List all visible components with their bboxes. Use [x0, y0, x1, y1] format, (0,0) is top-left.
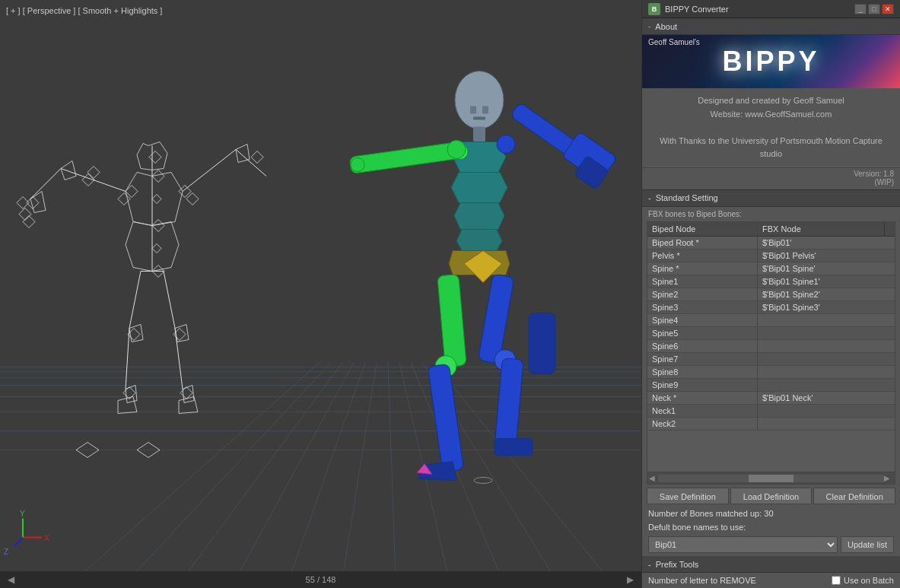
thanks-text: With Thanks to the University of Portsmo…	[648, 135, 894, 161]
svg-point-91	[447, 141, 466, 159]
table-row[interactable]: Spine6	[647, 340, 895, 353]
table-row[interactable]: Neck2	[647, 418, 895, 431]
svg-marker-50	[251, 151, 263, 164]
about-version: Version: 1.8 (WIP)	[642, 168, 900, 190]
table-row[interactable]: Spine * $'Bip01 Spine'	[647, 262, 895, 275]
save-definition-button[interactable]: Save Definition	[647, 488, 729, 504]
table-row[interactable]: Spine3 $'Bip01 Spine3'	[647, 301, 895, 314]
svg-line-26	[236, 150, 266, 176]
scene-svg: X Y Z	[0, 0, 641, 588]
biped-cell: Spine2	[647, 288, 758, 300]
biped-cell: Biped Root *	[647, 237, 758, 249]
nav-arrows[interactable]: ◀	[5, 574, 17, 585]
prefix-header[interactable]: - Prefix Tools	[642, 556, 900, 573]
table-row[interactable]: Spine8	[647, 366, 895, 379]
svg-marker-57	[180, 387, 192, 399]
svg-rect-81	[437, 275, 466, 367]
fbx-cell	[758, 366, 895, 378]
about-collapse-icon: -	[648, 22, 650, 30]
svg-marker-73	[454, 203, 504, 230]
use-on-batch-row: Use on Batch	[832, 576, 894, 585]
biped-cell: Spine4	[647, 314, 758, 326]
bippy-icon: B	[648, 3, 660, 15]
biped-cell: Neck1	[647, 405, 758, 417]
svg-marker-42	[179, 186, 191, 198]
svg-marker-27	[236, 145, 250, 163]
fbx-cell: $'Bip01 Pelvis'	[758, 250, 895, 262]
svg-marker-35	[175, 325, 189, 342]
bone-table-header: Biped Node FBX Node	[647, 222, 895, 237]
hscroll-right[interactable]: ▶	[884, 474, 893, 482]
hscroll-track[interactable]	[658, 475, 884, 482]
fbx-cell: $'Bip01 Neck'	[758, 392, 895, 404]
table-row[interactable]: Spine1 $'Bip01 Spine1'	[647, 275, 895, 288]
svg-marker-31	[129, 325, 143, 342]
svg-text:Z: Z	[4, 548, 8, 556]
designed-by-text: Designed and created by Geoff Samuel	[648, 94, 894, 108]
close-button[interactable]: ✕	[882, 4, 894, 14]
table-hscroll[interactable]: ◀ ▶	[647, 472, 895, 485]
table-row[interactable]: Neck * $'Bip01 Neck'	[647, 392, 895, 405]
fbx-cell	[758, 353, 895, 365]
std-collapse-icon: -	[648, 193, 651, 202]
svg-marker-72	[451, 173, 507, 203]
table-row[interactable]: Biped Root * $'Bip01'	[647, 237, 895, 250]
table-row[interactable]: Spine7	[647, 353, 895, 366]
load-definition-button[interactable]: Load Definition	[730, 488, 813, 504]
svg-line-18	[434, 363, 609, 580]
hscroll-left[interactable]: ◀	[649, 474, 658, 482]
fbx-cell	[758, 314, 895, 326]
clear-definition-button[interactable]: Clear Definition	[813, 488, 895, 504]
svg-rect-83	[428, 364, 463, 472]
restore-button[interactable]: □	[868, 4, 880, 14]
geoff-prefix: Geoff Samuel's	[648, 38, 700, 46]
std-header[interactable]: - Standard Setting	[642, 190, 900, 207]
svg-marker-45	[118, 397, 137, 414]
fbx-bones-label: FBX bones to Biped Bones:	[642, 207, 900, 220]
about-banner: Geoff Samuel's BIPPY	[642, 35, 900, 88]
viewport-bottom: ◀ 55 / 148 ▶	[0, 571, 641, 588]
prefix-title: Prefix Tools	[656, 560, 699, 569]
use-on-batch-label[interactable]: Use on Batch	[844, 576, 894, 585]
update-list-button[interactable]: Update list	[841, 536, 894, 553]
svg-point-101	[474, 478, 492, 484]
minimize-button[interactable]: _	[854, 4, 867, 14]
bone-table-scroll[interactable]: Biped Root * $'Bip01' Pelvis * $'Bip01 P…	[647, 237, 895, 442]
svg-marker-48	[186, 193, 199, 205]
table-row[interactable]: Spine4	[647, 314, 895, 327]
svg-marker-37	[152, 170, 164, 183]
svg-marker-41	[126, 186, 138, 198]
table-row[interactable]: Pelvis * $'Bip01 Pelvis'	[647, 250, 895, 262]
svg-marker-61	[87, 167, 100, 179]
bone-table: Biped Node FBX Node Biped Root * $'Bip01…	[647, 221, 895, 472]
window-controls[interactable]: _ □ ✕	[854, 4, 894, 14]
nav-next-area[interactable]: ▶	[624, 574, 637, 585]
table-row[interactable]: Spine2 $'Bip01 Spine2'	[647, 288, 895, 301]
biped-cell: Pelvis *	[647, 250, 758, 262]
svg-rect-68	[482, 106, 488, 114]
svg-rect-77	[349, 141, 461, 173]
table-row[interactable]: Spine5	[647, 327, 895, 340]
hscroll-thumb[interactable]	[749, 475, 793, 482]
nav-prev[interactable]: ◀	[5, 574, 17, 585]
svg-line-97	[14, 538, 23, 547]
prefix-row: Number of letter to REMOVE Use on Batch	[648, 576, 894, 585]
fbx-cell: $'Bip01 Spine1'	[758, 275, 895, 288]
svg-marker-60	[23, 216, 35, 228]
table-row[interactable]: Neck1	[647, 405, 895, 418]
svg-rect-90	[529, 313, 555, 374]
biped-cell: Spine8	[647, 366, 758, 378]
fbx-cell	[758, 327, 895, 339]
about-header[interactable]: - About	[642, 18, 900, 35]
svg-rect-67	[470, 106, 476, 114]
use-on-batch-checkbox[interactable]	[832, 576, 841, 585]
svg-line-10	[183, 363, 342, 580]
matched-count: Number of Bones matched up: 30	[642, 507, 900, 521]
about-title: About	[655, 22, 677, 31]
nav-next[interactable]: ▶	[624, 574, 637, 585]
svg-point-93	[351, 158, 364, 172]
table-row[interactable]: Spine9	[647, 379, 895, 392]
bone-names-select[interactable]: Bip01Bip001Character1Custom	[648, 536, 838, 553]
biped-cell: Spine9	[647, 379, 758, 391]
svg-line-30	[126, 329, 129, 389]
